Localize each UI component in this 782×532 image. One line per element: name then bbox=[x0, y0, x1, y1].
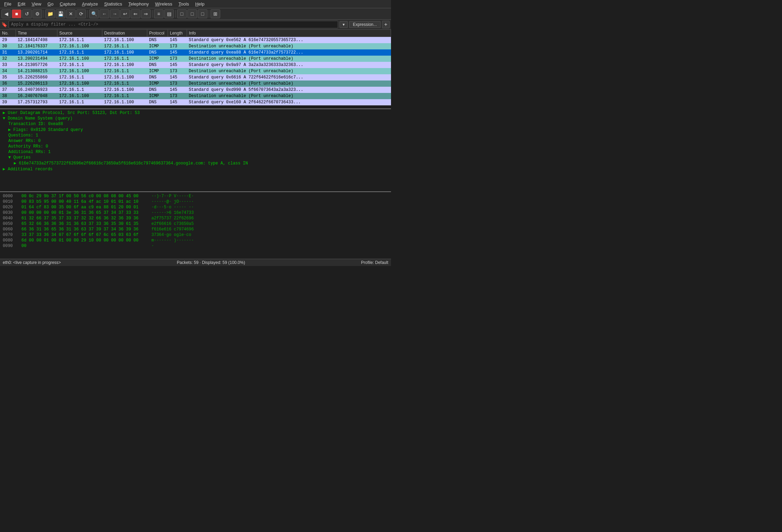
toolbar-find-btn[interactable]: 🔍 bbox=[89, 9, 99, 18]
toolbar-zoom-reset-btn[interactable]: ▤ bbox=[164, 9, 174, 18]
col-header-src[interactable]: Source bbox=[57, 30, 102, 37]
detail-line[interactable]: ▼ Domain Name System (query) bbox=[0, 116, 391, 121]
toolbar-open-btn[interactable]: 📁 bbox=[45, 9, 55, 18]
cell-proto: DNS bbox=[147, 74, 168, 80]
menu-analyze[interactable]: Analyze bbox=[79, 1, 101, 7]
cell-proto: ICMP bbox=[147, 56, 168, 62]
cell-dst: 172.16.1.1 bbox=[102, 56, 147, 62]
add-filter-button[interactable]: + bbox=[382, 21, 390, 28]
toolbar-save-btn[interactable]: 💾 bbox=[56, 9, 65, 18]
cell-src: 172.16.1.1 bbox=[57, 74, 102, 80]
table-row[interactable]: 2912.184147498172.16.1.1172.16.1.100DNS1… bbox=[0, 37, 391, 44]
toolbar-coloring-btn[interactable]: ≡ bbox=[154, 9, 164, 18]
menu-telephony[interactable]: Telephony bbox=[125, 1, 151, 7]
hex-bytes: 33 37 33 36 34 07 67 6f 6f 6f 67 6c 65 0… bbox=[21, 232, 146, 237]
table-row[interactable]: 3414.213088215172.16.1.100172.16.1.1ICMP… bbox=[0, 68, 391, 74]
table-row[interactable]: 3314.213057726172.16.1.1172.16.1.100DNS1… bbox=[0, 62, 391, 68]
table-row[interactable]: 3816.240767048172.16.1.100172.16.1.1ICMP… bbox=[0, 93, 391, 99]
menu-file[interactable]: File bbox=[1, 1, 14, 7]
hex-bytes: 00 bbox=[21, 244, 146, 248]
toolbar: ◀ ■ ↺ ⚙ 📁 💾 ✕ ⟳ 🔍 ← → ↩ ⇐ ⇒ ≡ ▤ □ □ □ ⊞ bbox=[0, 8, 391, 20]
table-row[interactable]: 3615.226286113172.16.1.100172.16.1.1ICMP… bbox=[0, 80, 391, 87]
filter-dropdown-btn[interactable]: ▾ bbox=[339, 21, 348, 28]
cell-time: 13.200231494 bbox=[16, 56, 57, 62]
menu-view[interactable]: View bbox=[29, 1, 44, 7]
col-header-time[interactable]: Time bbox=[16, 30, 57, 37]
table-row[interactable]: 3213.200231494172.16.1.100172.16.1.1ICMP… bbox=[0, 56, 391, 62]
toolbar-next-btn[interactable]: ⇒ bbox=[141, 9, 151, 18]
table-row[interactable]: 3716.240736923172.16.1.1172.16.1.100DNS1… bbox=[0, 87, 391, 93]
detail-line[interactable]: ▶ Flags: 0x0120 Standard query bbox=[0, 127, 391, 133]
detail-line[interactable]: Transaction ID: 0xea88 bbox=[0, 121, 391, 127]
detail-line[interactable]: ▶ 616e74733a2f7573722f62696e2f66616c7365… bbox=[0, 160, 391, 166]
filter-icon: 🔖 bbox=[1, 22, 7, 28]
detail-line[interactable]: Answer RRs: 0 bbox=[0, 138, 391, 144]
menu-go[interactable]: Go bbox=[45, 1, 56, 7]
cell-src: 172.16.1.1 bbox=[57, 62, 102, 68]
toolbar-options-btn[interactable]: ⚙ bbox=[32, 9, 42, 18]
toolbar-win2-btn[interactable]: □ bbox=[187, 9, 197, 18]
col-header-info[interactable]: Info bbox=[187, 30, 391, 37]
menu-tools[interactable]: Tools bbox=[176, 1, 192, 7]
detail-line[interactable]: ▼ Queries bbox=[0, 155, 391, 160]
toolbar-back-btn[interactable]: ← bbox=[100, 9, 109, 18]
table-row[interactable]: 3012.184176337172.16.1.100172.16.1.1ICMP… bbox=[0, 43, 391, 49]
cell-src: 172.16.1.100 bbox=[57, 93, 102, 99]
cell-no: 30 bbox=[0, 43, 16, 49]
col-header-len[interactable]: Length bbox=[168, 30, 187, 37]
hex-offset: 0050 bbox=[3, 221, 16, 226]
expression-button[interactable]: Expression... bbox=[349, 21, 381, 28]
cell-no: 31 bbox=[0, 49, 16, 56]
filter-input[interactable] bbox=[9, 21, 338, 28]
col-header-no[interactable]: No. bbox=[0, 30, 16, 37]
toolbar-sep-4 bbox=[175, 10, 176, 18]
toolbar-stop-btn[interactable]: ■ bbox=[12, 9, 21, 18]
toolbar-close-btn[interactable]: ✕ bbox=[66, 9, 76, 18]
toolbar-sep-2 bbox=[87, 10, 88, 18]
menu-capture[interactable]: Capture bbox=[57, 1, 78, 7]
detail-line[interactable]: Questions: 1 bbox=[0, 133, 391, 138]
cell-dst: 172.16.1.100 bbox=[102, 74, 147, 80]
toolbar-layout-btn[interactable]: ⊞ bbox=[211, 9, 220, 18]
hex-ascii: a2f75737 22f62696 bbox=[151, 216, 194, 221]
table-row[interactable]: 3113.200201714172.16.1.1172.16.1.100DNS1… bbox=[0, 49, 391, 56]
col-header-dst[interactable]: Destination bbox=[102, 30, 147, 37]
col-header-proto[interactable]: Protocol bbox=[147, 30, 168, 37]
cell-src: 172.16.1.1 bbox=[57, 37, 102, 44]
toolbar-prev-btn[interactable]: ⇐ bbox=[131, 9, 140, 18]
toolbar-win3-btn[interactable]: □ bbox=[198, 9, 207, 18]
toolbar-sep-1 bbox=[44, 10, 44, 18]
cell-time: 16.240767048 bbox=[16, 93, 57, 99]
toolbar-fwd-btn[interactable]: → bbox=[110, 9, 120, 18]
cell-info: Standard query 0xe562 A 616e747320557365… bbox=[187, 37, 391, 44]
menu-edit[interactable]: Edit bbox=[15, 1, 28, 7]
cell-no: 37 bbox=[0, 87, 16, 93]
packet-table-container[interactable]: No. Time Source Destination Protocol Len… bbox=[0, 30, 391, 109]
detail-line[interactable]: ▶ User Datagram Protocol, Src Port: 5312… bbox=[0, 110, 391, 116]
detail-line[interactable]: ▶ Additional records bbox=[0, 166, 391, 172]
table-row[interactable]: 3515.226255860172.16.1.1172.16.1.100DNS1… bbox=[0, 74, 391, 80]
menu-help[interactable]: Help bbox=[193, 1, 207, 7]
toolbar-goto-btn[interactable]: ↩ bbox=[120, 9, 130, 18]
cell-len: 145 bbox=[168, 99, 187, 105]
toolbar-reload-btn[interactable]: ⟳ bbox=[76, 9, 86, 18]
hex-bytes: 01 64 cf 83 00 35 00 6f aa c9 ea 88 01 2… bbox=[21, 205, 146, 210]
detail-line[interactable]: Authority RRs: 0 bbox=[0, 144, 391, 149]
detail-line[interactable]: Additional RRs: 1 bbox=[0, 149, 391, 155]
cell-len: 145 bbox=[168, 87, 187, 93]
cell-proto: ICMP bbox=[147, 93, 168, 99]
cell-proto: DNS bbox=[147, 49, 168, 56]
cell-time: 17.257312793 bbox=[16, 99, 57, 105]
toolbar-win1-btn[interactable]: □ bbox=[177, 9, 187, 18]
menu-statistics[interactable]: Statistics bbox=[101, 1, 125, 7]
status-interface: eth0: <live capture in progress> bbox=[3, 260, 61, 265]
hex-ascii: ·d···5·o ····· ·· bbox=[151, 205, 194, 210]
cell-dst: 172.16.1.100 bbox=[102, 87, 147, 93]
cell-len: 173 bbox=[168, 43, 187, 49]
toolbar-new-btn[interactable]: ◀ bbox=[1, 9, 11, 18]
menu-wireless[interactable]: Wireless bbox=[152, 1, 175, 7]
table-row[interactable]: 3917.257312793172.16.1.1172.16.1.100DNS1… bbox=[0, 99, 391, 105]
hex-bytes: 00 83 b5 95 00 00 40 11 6a 4f ac 10 01 0… bbox=[21, 199, 146, 204]
status-bar: eth0: <live capture in progress> Packets… bbox=[0, 259, 391, 266]
toolbar-restart-btn[interactable]: ↺ bbox=[22, 9, 32, 18]
